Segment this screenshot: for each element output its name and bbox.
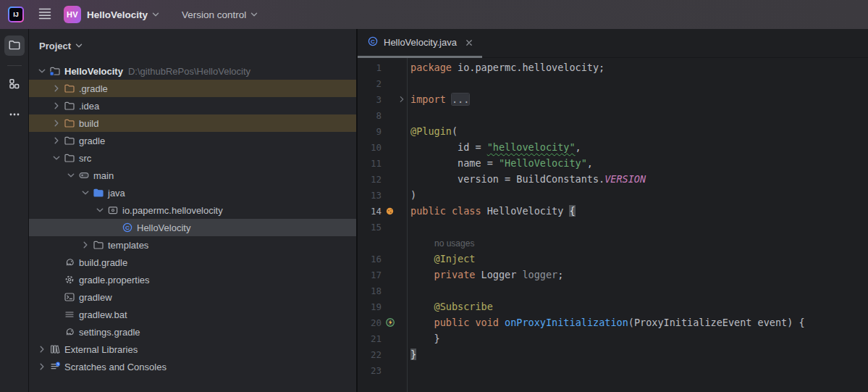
token: VERSION xyxy=(604,173,646,185)
project-widget-label: HelloVelocity xyxy=(87,9,148,20)
structure-icon xyxy=(8,78,20,92)
gutter: 22 xyxy=(358,346,407,362)
code-text: } xyxy=(407,333,440,344)
tree-item-label: gradle xyxy=(79,135,105,146)
code-line-13[interactable]: 13) xyxy=(358,187,868,203)
tree-item-gradle[interactable]: .gradle xyxy=(29,80,356,97)
line-number: 21 xyxy=(358,333,382,344)
code-line-16[interactable]: 16 @Inject xyxy=(358,251,868,267)
token: } xyxy=(410,333,440,344)
libraries-icon xyxy=(49,343,61,355)
code-line-10[interactable]: 10 id = "hellovelocity", xyxy=(358,139,868,155)
project-view-selector[interactable]: Project xyxy=(29,29,356,62)
project-folder-icon xyxy=(49,65,61,77)
code-line-17[interactable]: 17 private Logger logger; xyxy=(358,267,868,283)
token xyxy=(410,253,434,264)
project-toolwindow-button[interactable] xyxy=(4,36,25,56)
code-line-19[interactable]: 19 @Subscribe xyxy=(358,299,868,314)
gradle-icon xyxy=(64,257,75,268)
project-widget[interactable]: HV HelloVelocity xyxy=(59,3,166,26)
chevron-right-icon[interactable] xyxy=(51,135,62,146)
code-line-22[interactable]: 22} xyxy=(358,346,868,362)
token: ; xyxy=(557,269,563,280)
code-lines: 1package io.papermc.hellovelocity;23impo… xyxy=(358,59,868,378)
code-line-8[interactable]: 8 xyxy=(358,107,868,123)
tree-item-build[interactable]: build xyxy=(29,114,356,132)
tree-item-gradlew[interactable]: gradlew xyxy=(29,288,356,306)
chevron-down-icon[interactable] xyxy=(94,204,106,216)
tree-item-src[interactable]: src xyxy=(29,149,356,167)
code-line-2[interactable]: 2 xyxy=(358,75,868,91)
class-icon: C xyxy=(367,36,379,50)
code-line-1[interactable]: 1package io.papermc.hellovelocity; xyxy=(358,59,868,75)
code-line-11[interactable]: 11 name = "HelloVelocity", xyxy=(358,155,868,171)
tree-item-external-libraries[interactable]: External Libraries xyxy=(29,341,356,358)
chevron-spacer xyxy=(51,291,62,303)
toolwindow-stripe xyxy=(0,29,29,392)
code-line-9[interactable]: 9@Plugin( xyxy=(358,123,868,139)
event-gutter-icon[interactable] xyxy=(383,317,397,328)
code-line-18[interactable]: 18 xyxy=(358,283,868,299)
close-icon[interactable] xyxy=(463,37,475,49)
tree-item-label: java xyxy=(108,188,125,199)
tree-item-hellovelocity[interactable]: CHelloVelocity xyxy=(29,219,356,236)
tree-item-io-papermc-hellovelocity[interactable]: io.papermc.hellovelocity xyxy=(29,201,356,219)
code-line-15[interactable]: 15 xyxy=(358,219,868,235)
tree-item-label: Scratches and Consoles xyxy=(64,362,167,372)
chevron-down-icon[interactable] xyxy=(36,65,48,77)
folder-icon xyxy=(8,38,21,54)
tree-item-main[interactable]: main xyxy=(29,167,356,184)
code-line-3[interactable]: 3import ... xyxy=(358,91,868,107)
code-line-21[interactable]: 21 } xyxy=(358,330,868,346)
code-editor[interactable]: 1package io.papermc.hellovelocity;23impo… xyxy=(358,58,868,392)
code-text: version = BuildConstants.VERSION xyxy=(407,173,646,185)
chevron-right-icon[interactable] xyxy=(51,100,62,112)
line-number: 22 xyxy=(358,349,382,360)
token: @Plugin xyxy=(410,125,452,137)
code-line-23[interactable]: 23 xyxy=(358,362,868,378)
code-line-20[interactable]: 20 public void onProxyInitialization(Pro… xyxy=(358,314,868,330)
more-toolwindows-button[interactable] xyxy=(4,105,25,125)
tree-item-scratches-and-consoles[interactable]: Scratches and Consoles xyxy=(29,358,356,375)
tree-item-java[interactable]: java xyxy=(29,184,356,201)
chevron-down-icon[interactable] xyxy=(51,152,62,164)
main-area: Project HelloVelocityD:\githubRePos\Hell… xyxy=(0,29,868,392)
fold-chevron-icon[interactable] xyxy=(397,95,407,104)
chevron-down-icon xyxy=(73,40,85,51)
gutter: 21 xyxy=(358,330,407,346)
structure-toolwindow-button[interactable] xyxy=(4,75,25,95)
vcs-widget[interactable]: Version control xyxy=(177,6,264,23)
token: logger xyxy=(522,269,557,280)
tree-item-gradlew-bat[interactable]: gradlew.bat xyxy=(29,306,356,323)
chevron-down-icon[interactable] xyxy=(65,170,77,181)
chevron-right-icon[interactable] xyxy=(36,343,48,355)
code-line-12[interactable]: 12 version = BuildConstants.VERSION xyxy=(358,171,868,187)
line-number: 2 xyxy=(358,78,382,89)
tree-item-hellovelocity[interactable]: HelloVelocityD:\githubRePos\HelloVelocit… xyxy=(29,62,356,80)
line-number: 15 xyxy=(358,222,382,233)
tree-item-gradle[interactable]: gradle xyxy=(29,132,356,149)
intellij-logo-icon: IJ xyxy=(8,7,24,22)
gutter: 3 xyxy=(358,91,407,107)
main-menu-button[interactable] xyxy=(36,6,54,23)
code-line-14[interactable]: 14public class HelloVelocity { xyxy=(358,203,868,219)
textfile-icon xyxy=(64,309,75,320)
tree-item-gradle-properties[interactable]: gradle.properties xyxy=(29,271,356,288)
plugin-gutter-icon[interactable] xyxy=(383,207,397,216)
code-text: } xyxy=(407,349,416,360)
tree-item-build-gradle[interactable]: build.gradle xyxy=(29,254,356,271)
tree-item-settings-gradle[interactable]: settings.gradle xyxy=(29,323,356,341)
chevron-right-icon[interactable] xyxy=(36,361,48,372)
chevron-right-icon[interactable] xyxy=(51,117,62,129)
editor-tab[interactable]: C HelloVelocity.java xyxy=(358,29,482,58)
chevron-down-icon[interactable] xyxy=(80,187,91,199)
folder-icon xyxy=(64,152,75,164)
inlay-hint-row[interactable]: no usages xyxy=(358,235,868,251)
chevron-down-icon xyxy=(150,9,161,20)
chevron-right-icon[interactable] xyxy=(51,83,62,94)
token: "HelloVelocity" xyxy=(499,157,587,169)
tree-item-templates[interactable]: templates xyxy=(29,236,356,254)
chevron-right-icon[interactable] xyxy=(80,239,91,251)
token: class xyxy=(452,205,481,217)
tree-item-idea[interactable]: .idea xyxy=(29,97,356,114)
